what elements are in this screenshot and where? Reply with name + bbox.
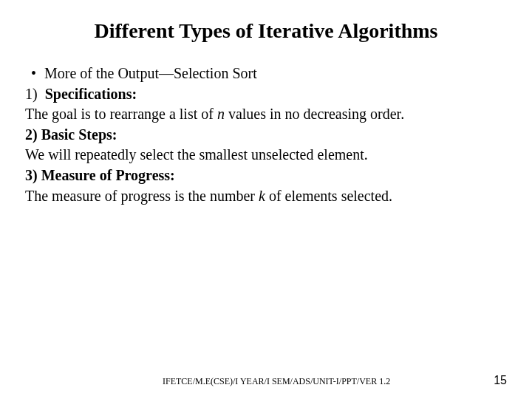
measure-text-k: k: [259, 188, 265, 204]
measure-text-a: The measure of progress is the number: [25, 188, 259, 204]
measure-text-line: The measure of progress is the number k …: [25, 186, 507, 207]
measure-text-b: of elements selected.: [265, 188, 392, 204]
steps-label-line: 2) Basic Steps:: [25, 125, 507, 146]
measure-label: Measure of Progress:: [41, 167, 175, 183]
steps-label: Basic Steps:: [41, 126, 117, 143]
spec-text-n: n: [217, 106, 225, 122]
spec-label: Specifications:: [45, 86, 137, 102]
spec-number: 1): [25, 86, 38, 102]
slide: Different Types of Iterative Algorithms …: [0, 0, 532, 399]
steps-number: 2): [25, 126, 41, 143]
bullet-mark: •: [25, 64, 44, 84]
page-number: 15: [494, 374, 507, 387]
footer: IFETCE/M.E(CSE)/I YEAR/I SEM/ADS/UNIT-I/…: [0, 374, 532, 387]
spec-text-a: The goal is to rearrange a list of: [25, 106, 217, 122]
bullet-item: • More of the Output—Selection Sort: [25, 64, 507, 84]
spec-text-line: The goal is to rearrange a list of n val…: [25, 104, 507, 125]
footer-path: IFETCE/M.E(CSE)/I YEAR/I SEM/ADS/UNIT-I/…: [0, 376, 494, 387]
bullet-text: More of the Output—Selection Sort: [44, 64, 257, 84]
measure-label-line: 3) Measure of Progress:: [25, 166, 507, 186]
page-title: Different Types of Iterative Algorithms: [25, 19, 507, 43]
measure-number: 3): [25, 167, 41, 183]
spec-label-line: 1) Specifications:: [25, 84, 507, 105]
steps-text-line: We will repeatedly select the smallest u…: [25, 145, 507, 166]
body-text: • More of the Output—Selection Sort 1) S…: [25, 64, 507, 206]
spec-text-b: values in no decreasing order.: [225, 106, 404, 122]
